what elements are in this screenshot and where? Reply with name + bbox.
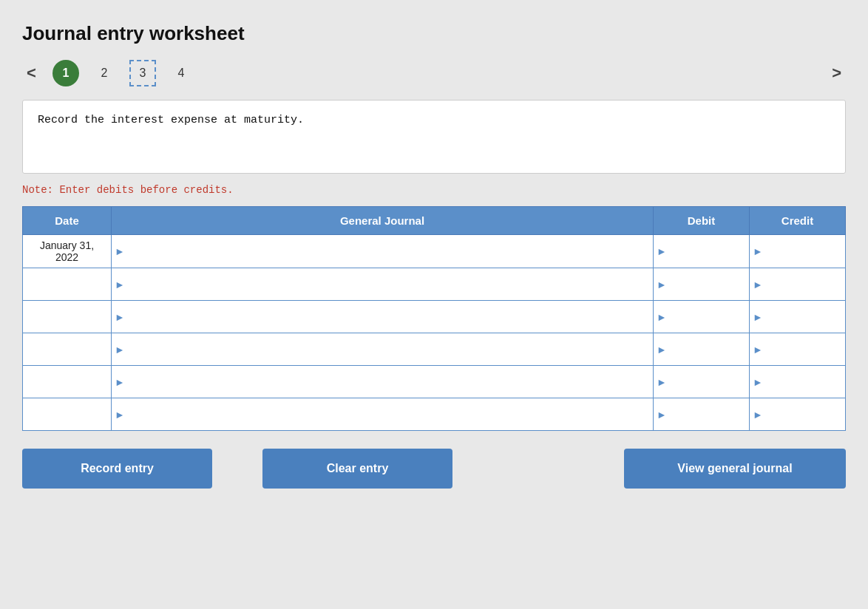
step-3[interactable]: 3 (129, 60, 156, 86)
debit-cell-5[interactable]: ► (654, 366, 750, 398)
gj-input-2[interactable] (128, 268, 653, 300)
gj-cell-4[interactable]: ► (112, 333, 654, 366)
buttons-row: Record entry Clear entry View general jo… (22, 449, 846, 489)
view-general-journal-button[interactable]: View general journal (624, 449, 846, 489)
arrow-indicator: ► (750, 246, 766, 256)
table-row: ► ► ► (23, 366, 846, 398)
arrow-indicator: ► (112, 344, 128, 355)
note-text: Note: Enter debits before credits. (22, 184, 846, 196)
date-cell-4 (23, 333, 112, 366)
debit-input-2[interactable] (670, 268, 749, 300)
page-container: Journal entry worksheet < 1 2 3 4 > Reco… (0, 0, 868, 609)
debit-input-6[interactable] (670, 398, 749, 430)
arrow-indicator: ► (654, 409, 670, 420)
gj-cell-3[interactable]: ► (112, 301, 654, 333)
gj-input-4[interactable] (128, 333, 653, 365)
debit-input-1[interactable] (670, 235, 749, 268)
credit-input-2[interactable] (766, 268, 845, 300)
gj-cell-6[interactable]: ► (112, 398, 654, 431)
arrow-indicator: ► (654, 279, 670, 290)
gj-input-6[interactable] (128, 398, 653, 430)
debit-cell-2[interactable]: ► (654, 268, 750, 301)
debit-input-5[interactable] (670, 366, 749, 398)
debit-cell-6[interactable]: ► (654, 398, 750, 431)
nav-row: < 1 2 3 4 > (22, 60, 846, 86)
step-1[interactable]: 1 (52, 60, 79, 86)
credit-cell-2[interactable]: ► (750, 268, 846, 301)
arrow-indicator: ► (750, 312, 766, 322)
debit-cell-3[interactable]: ► (654, 301, 750, 333)
credit-input-4[interactable] (766, 333, 845, 365)
arrow-indicator: ► (654, 312, 670, 322)
debit-cell-1[interactable]: ► (654, 235, 750, 268)
date-cell-5 (23, 366, 112, 398)
credit-cell-1[interactable]: ► (750, 235, 846, 268)
instruction-text: Record the interest expense at maturity. (38, 114, 304, 126)
arrow-indicator: ► (654, 377, 670, 387)
clear-entry-button[interactable]: Clear entry (262, 449, 452, 489)
table-row: ► ► ► (23, 398, 846, 431)
instruction-box: Record the interest expense at maturity. (22, 100, 846, 174)
debit-cell-4[interactable]: ► (654, 333, 750, 366)
step-2[interactable]: 2 (91, 60, 118, 86)
date-cell-3 (23, 301, 112, 333)
credit-input-3[interactable] (766, 301, 845, 333)
arrow-indicator: ► (112, 377, 128, 387)
gj-input-5[interactable] (128, 366, 653, 398)
journal-table: Date General Journal Debit Credit Januar… (22, 206, 846, 431)
gj-input-3[interactable] (128, 301, 653, 333)
prev-arrow[interactable]: < (22, 62, 41, 84)
credit-input-1[interactable] (766, 235, 845, 268)
next-arrow[interactable]: > (827, 62, 846, 84)
arrow-indicator: ► (654, 344, 670, 355)
col-header-date: Date (23, 207, 112, 235)
record-entry-button[interactable]: Record entry (22, 449, 212, 489)
credit-input-5[interactable] (766, 366, 845, 398)
table-row: January 31,2022 ► ► ► (23, 235, 846, 268)
debit-input-3[interactable] (670, 301, 749, 333)
col-header-debit: Debit (654, 207, 750, 235)
table-row: ► ► ► (23, 301, 846, 333)
col-header-gj: General Journal (112, 207, 654, 235)
arrow-indicator: ► (750, 377, 766, 387)
credit-cell-3[interactable]: ► (750, 301, 846, 333)
date-cell-1: January 31,2022 (23, 235, 112, 268)
arrow-indicator: ► (750, 409, 766, 420)
table-row: ► ► ► (23, 333, 846, 366)
gj-cell-1[interactable]: ► (112, 235, 654, 268)
gj-cell-2[interactable]: ► (112, 268, 654, 301)
col-header-credit: Credit (750, 207, 846, 235)
date-cell-6 (23, 398, 112, 431)
arrow-indicator: ► (112, 279, 128, 290)
table-row: ► ► ► (23, 268, 846, 301)
credit-cell-6[interactable]: ► (750, 398, 846, 431)
gj-cell-5[interactable]: ► (112, 366, 654, 398)
arrow-indicator: ► (112, 246, 128, 256)
step-4[interactable]: 4 (168, 60, 194, 86)
credit-cell-5[interactable]: ► (750, 366, 846, 398)
credit-input-6[interactable] (766, 398, 845, 430)
debit-input-4[interactable] (670, 333, 749, 365)
arrow-indicator: ► (750, 344, 766, 355)
page-title: Journal entry worksheet (22, 22, 846, 45)
date-cell-2 (23, 268, 112, 301)
credit-cell-4[interactable]: ► (750, 333, 846, 366)
arrow-indicator: ► (112, 409, 128, 420)
arrow-indicator: ► (112, 312, 128, 322)
gj-input-1[interactable] (128, 235, 653, 268)
arrow-indicator: ► (654, 246, 670, 256)
arrow-indicator: ► (750, 279, 766, 290)
